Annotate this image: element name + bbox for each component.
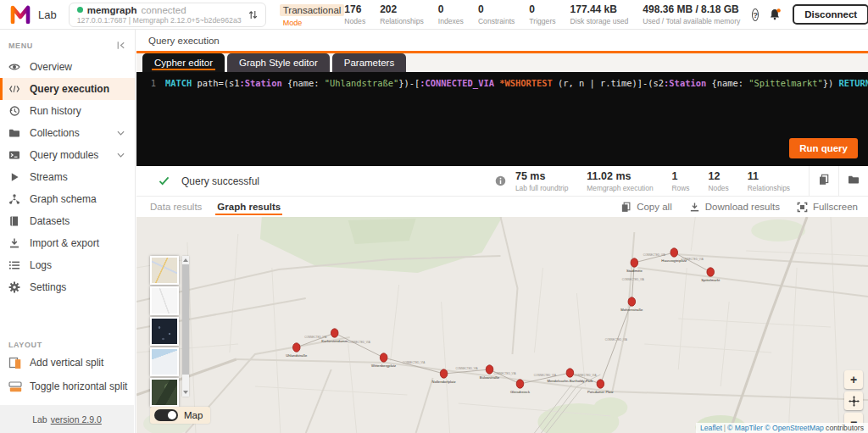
graph-node-spittelmarkt[interactable]: [707, 268, 715, 276]
metric-value: 11.02 ms: [587, 170, 653, 182]
results-action-copy-all[interactable]: Copy all: [620, 202, 672, 213]
graph-node-wittenbergplatz[interactable]: [380, 353, 387, 362]
maptiler-link[interactable]: © MapTiler: [727, 424, 763, 432]
run-query-button[interactable]: Run query: [789, 138, 858, 158]
sidebar-item-streams[interactable]: Streams: [0, 166, 135, 188]
sidebar-nav: Overview Query execution Run history Col…: [0, 56, 135, 298]
graph-node-label: Stadtmitte: [626, 269, 643, 273]
graph-node-gleisdreieck[interactable]: [516, 380, 524, 388]
sidebar-item-logs[interactable]: Logs: [0, 254, 135, 276]
graph-edge-label: CONNECTED_VIA: [574, 374, 597, 377]
results-bar: Data resultsGraph results Copy all Downl…: [136, 197, 868, 217]
info-icon[interactable]: [495, 175, 506, 186]
results-tab-graph-results[interactable]: Graph results: [215, 197, 282, 217]
gear-icon: [8, 281, 23, 293]
download-icon: [689, 202, 700, 213]
editor-tab-parameters[interactable]: Parameters: [332, 53, 406, 72]
query-text: MATCH path=(s1:Station {name: "Uhlandstr…: [165, 77, 868, 89]
connection-selector[interactable]: memgraph connected 127.0.0.1:7687 | Memg…: [69, 3, 266, 27]
results-action-fullscreen[interactable]: Fullscreen: [797, 202, 858, 213]
layout-section-label: LAYOUT: [8, 341, 42, 349]
graph-node-nollendorfplatz[interactable]: [440, 369, 448, 378]
graph-node-stadtmitte[interactable]: [631, 258, 638, 267]
leaflet-link[interactable]: Leaflet: [700, 424, 722, 432]
map-layer-thumbnail[interactable]: [150, 378, 179, 407]
sidebar-item-settings[interactable]: Settings: [0, 276, 135, 298]
graph-node-label: Wittenbergplatz: [371, 364, 396, 368]
scrollbar-thumb[interactable]: [182, 264, 189, 375]
save-to-collection-icon[interactable]: [838, 166, 868, 196]
logs-icon: [8, 259, 23, 271]
map-layer-thumbnail[interactable]: [150, 347, 179, 376]
collapse-sidebar-icon[interactable]: [115, 40, 126, 51]
graph-node-b-lowstra-e[interactable]: [486, 365, 493, 374]
sidebar-item-label: Datasets: [30, 215, 70, 227]
graph-node-mendelssohn-bartholdy-park[interactable]: [566, 369, 574, 377]
stat-label: Relationships: [380, 17, 424, 25]
graph-results-map[interactable]: CONNECTED_VIACONNECTED_VIACONNECTED_VIAC…: [136, 217, 868, 433]
metric-relationships: 11 Relationships: [748, 170, 790, 192]
sidebar-item-query-modules[interactable]: Query modules: [0, 144, 135, 166]
sidebar-item-label: Query modules: [30, 149, 98, 161]
osm-link[interactable]: © OpenStreetMap: [765, 424, 823, 432]
sidebar-item-import-export[interactable]: Import & export: [0, 232, 135, 254]
results-action-download-results[interactable]: Download results: [689, 202, 780, 213]
map-toggle-label: Map: [184, 410, 203, 420]
switch-connection-icon[interactable]: [248, 9, 258, 20]
vertical-split-icon: [8, 357, 24, 369]
layout-item-toggle-horizontal-split[interactable]: Toggle horizontal split: [0, 375, 135, 398]
code-token: :CONNECTED_VIA: [420, 78, 494, 88]
sidebar-item-collections[interactable]: Collections: [0, 122, 135, 144]
graph-node-mohrenstra-e[interactable]: [628, 297, 636, 306]
connection-status: connected: [142, 5, 186, 15]
graph-node-kurf-rstendamm[interactable]: [331, 329, 338, 337]
map-toggle[interactable]: Map: [150, 407, 210, 424]
recenter-button[interactable]: [844, 391, 863, 410]
scroll-up-arrow-icon[interactable]: [183, 258, 188, 262]
sidebar-item-overview[interactable]: Overview: [0, 56, 135, 78]
cypher-editor[interactable]: 1 MATCH path=(s1:Station {name: "Uhlands…: [136, 72, 868, 166]
map-layer-thumbnail[interactable]: [150, 317, 179, 346]
disconnect-button[interactable]: Disconnect: [793, 4, 868, 25]
graph-node-potsdamer-platz[interactable]: [597, 380, 604, 388]
editor-tab-graph-style-editor[interactable]: Graph Style editor: [227, 53, 330, 72]
sidebar-item-datasets[interactable]: Datasets: [0, 210, 135, 232]
graph-node-label: Hausvogteiplatz: [661, 258, 687, 263]
results-tab-data-results[interactable]: Data results: [148, 197, 203, 217]
sidebar-item-graph-schema[interactable]: Graph schema: [0, 188, 135, 210]
map-layer-thumbnail[interactable]: [150, 256, 179, 285]
editor-tab-cypher-editor[interactable]: Cypher editor: [142, 53, 225, 72]
graph-node-label: Nollendorfplatz: [432, 380, 456, 384]
graph-edge[interactable]: [335, 333, 384, 358]
layer-scrollbar[interactable]: [182, 256, 189, 397]
copy-query-icon[interactable]: [809, 166, 838, 196]
stat-label: Triggers: [529, 17, 555, 25]
top-bar: Lab memgraph connected 127.0.0.1:7687 | …: [0, 0, 868, 30]
sidebar-item-query-execution[interactable]: Query execution: [0, 78, 135, 100]
graph-node-hausvogteiplatz[interactable]: [670, 248, 678, 257]
graph-edge-label: CONNECTED_VIA: [534, 374, 557, 377]
version-footer: Lab version 2.9.0: [0, 405, 134, 433]
footer-prefix: Lab: [32, 414, 47, 425]
metric-rows: 1 Rows: [672, 170, 690, 192]
notifications-bell-icon[interactable]: [768, 8, 782, 21]
stat-value: 0: [478, 3, 515, 15]
graph-node-label: Kurfürstendamm: [321, 339, 348, 343]
version-link[interactable]: version 2.9.0: [51, 414, 102, 425]
help-icon[interactable]: ?: [752, 8, 759, 21]
graph-node-uhlandstra-e[interactable]: [292, 343, 300, 352]
graph-edge[interactable]: [600, 302, 632, 384]
stat-label: Indexes: [438, 17, 464, 25]
graph-node-label: Gleisdreieck: [510, 390, 531, 394]
transaction-mode[interactable]: Transactional Mode: [280, 2, 345, 27]
graph-edge-label: CONNECTED_VIA: [348, 341, 371, 344]
schema-icon: [8, 193, 23, 205]
sidebar-item-run-history[interactable]: Run history: [0, 100, 135, 122]
code-token: "Spittelmarkt": [748, 78, 823, 88]
zoom-in-button[interactable]: +: [844, 370, 863, 389]
map-layer-thumbnail[interactable]: [150, 286, 179, 315]
book-icon: [8, 215, 23, 227]
scroll-down-arrow-icon[interactable]: [183, 391, 188, 394]
map-toggle-switch[interactable]: [154, 409, 178, 421]
layout-item-add-vertical-split[interactable]: Add vertical split: [0, 351, 135, 375]
